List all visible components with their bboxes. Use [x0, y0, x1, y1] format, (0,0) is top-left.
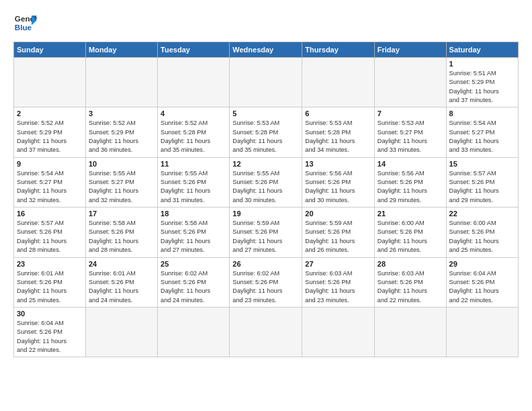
calendar-table: SundayMondayTuesdayWednesdayThursdayFrid… [13, 42, 519, 357]
day-number: 21 [378, 210, 443, 218]
calendar-cell: 27Sunrise: 6:03 AM Sunset: 5:26 PM Dayli… [302, 257, 374, 307]
day-info: Sunrise: 5:51 AM Sunset: 5:29 PM Dayligh… [449, 69, 515, 105]
calendar-cell [14, 58, 86, 107]
day-info: Sunrise: 5:52 AM Sunset: 5:29 PM Dayligh… [89, 119, 154, 154]
calendar-cell: 28Sunrise: 6:03 AM Sunset: 5:26 PM Dayli… [374, 257, 446, 307]
calendar-cell [86, 307, 158, 357]
day-info: Sunrise: 5:53 AM Sunset: 5:27 PM Dayligh… [378, 119, 443, 154]
weekday-header-row: SundayMondayTuesdayWednesdayThursdayFrid… [14, 42, 519, 58]
calendar-cell [158, 307, 230, 357]
calendar-cell: 2Sunrise: 5:52 AM Sunset: 5:29 PM Daylig… [14, 107, 86, 157]
day-number: 19 [232, 210, 299, 218]
day-number: 11 [161, 160, 226, 168]
day-info: Sunrise: 6:04 AM Sunset: 5:26 PM Dayligh… [17, 319, 83, 355]
page: General Blue SundayMondayTuesdayWednesda… [0, 0, 532, 411]
day-info: Sunrise: 6:01 AM Sunset: 5:26 PM Dayligh… [89, 269, 154, 305]
day-info: Sunrise: 5:58 AM Sunset: 5:26 PM Dayligh… [161, 219, 226, 255]
calendar-cell [230, 58, 302, 107]
calendar-cell: 20Sunrise: 5:59 AM Sunset: 5:26 PM Dayli… [302, 208, 374, 257]
day-info: Sunrise: 5:56 AM Sunset: 5:26 PM Dayligh… [305, 169, 371, 205]
weekday-monday: Monday [86, 42, 158, 58]
calendar-cell: 29Sunrise: 6:04 AM Sunset: 5:26 PM Dayli… [446, 257, 518, 307]
calendar-cell [374, 307, 446, 357]
day-number: 23 [17, 260, 83, 268]
day-number: 22 [449, 210, 515, 218]
day-info: Sunrise: 6:01 AM Sunset: 5:26 PM Dayligh… [17, 269, 83, 305]
day-number: 29 [449, 260, 515, 268]
day-number: 17 [89, 210, 154, 218]
day-info: Sunrise: 5:52 AM Sunset: 5:28 PM Dayligh… [161, 119, 226, 154]
calendar-cell: 11Sunrise: 5:55 AM Sunset: 5:26 PM Dayli… [158, 157, 230, 207]
day-number: 2 [17, 109, 83, 118]
day-info: Sunrise: 6:00 AM Sunset: 5:26 PM Dayligh… [449, 219, 515, 255]
day-number: 7 [378, 109, 443, 118]
day-number: 30 [17, 310, 83, 318]
calendar-cell: 8Sunrise: 5:54 AM Sunset: 5:27 PM Daylig… [446, 107, 518, 157]
day-info: Sunrise: 5:57 AM Sunset: 5:26 PM Dayligh… [449, 169, 515, 205]
day-info: Sunrise: 5:55 AM Sunset: 5:27 PM Dayligh… [89, 169, 154, 205]
calendar-cell: 19Sunrise: 5:59 AM Sunset: 5:26 PM Dayli… [230, 208, 302, 257]
calendar-cell: 22Sunrise: 6:00 AM Sunset: 5:26 PM Dayli… [446, 208, 518, 257]
calendar-cell: 16Sunrise: 5:57 AM Sunset: 5:26 PM Dayli… [14, 208, 86, 257]
weekday-friday: Friday [374, 42, 446, 58]
day-info: Sunrise: 5:56 AM Sunset: 5:26 PM Dayligh… [378, 169, 443, 205]
day-info: Sunrise: 5:54 AM Sunset: 5:27 PM Dayligh… [17, 169, 83, 205]
day-number: 16 [17, 210, 83, 218]
weekday-wednesday: Wednesday [230, 42, 302, 58]
calendar-cell: 24Sunrise: 6:01 AM Sunset: 5:26 PM Dayli… [86, 257, 158, 307]
week-row-1: 2Sunrise: 5:52 AM Sunset: 5:29 PM Daylig… [14, 107, 519, 157]
svg-text:Blue: Blue [15, 23, 32, 32]
calendar-cell: 17Sunrise: 5:58 AM Sunset: 5:26 PM Dayli… [86, 208, 158, 257]
calendar-cell: 18Sunrise: 5:58 AM Sunset: 5:26 PM Dayli… [158, 208, 230, 257]
day-number: 4 [161, 109, 226, 118]
calendar-cell: 26Sunrise: 6:02 AM Sunset: 5:26 PM Dayli… [230, 257, 302, 307]
calendar-cell: 1Sunrise: 5:51 AM Sunset: 5:29 PM Daylig… [446, 58, 518, 107]
day-number: 13 [305, 160, 371, 168]
calendar-cell [446, 307, 518, 357]
day-info: Sunrise: 5:55 AM Sunset: 5:26 PM Dayligh… [232, 169, 299, 205]
calendar-cell: 23Sunrise: 6:01 AM Sunset: 5:26 PM Dayli… [14, 257, 86, 307]
week-row-2: 9Sunrise: 5:54 AM Sunset: 5:27 PM Daylig… [14, 157, 519, 207]
day-number: 28 [378, 260, 443, 268]
calendar-cell: 25Sunrise: 6:02 AM Sunset: 5:26 PM Dayli… [158, 257, 230, 307]
day-info: Sunrise: 5:58 AM Sunset: 5:26 PM Dayligh… [89, 219, 154, 255]
day-number: 24 [89, 260, 154, 268]
day-number: 27 [305, 260, 371, 268]
week-row-3: 16Sunrise: 5:57 AM Sunset: 5:26 PM Dayli… [14, 208, 519, 257]
weekday-sunday: Sunday [14, 42, 86, 58]
calendar-cell: 14Sunrise: 5:56 AM Sunset: 5:26 PM Dayli… [374, 157, 446, 207]
day-number: 12 [232, 160, 299, 168]
week-row-4: 23Sunrise: 6:01 AM Sunset: 5:26 PM Dayli… [14, 257, 519, 307]
day-number: 6 [305, 109, 371, 118]
day-number: 20 [305, 210, 371, 218]
day-number: 3 [89, 109, 154, 118]
day-number: 8 [449, 109, 515, 118]
week-row-5: 30Sunrise: 6:04 AM Sunset: 5:26 PM Dayli… [14, 307, 519, 357]
day-number: 10 [89, 160, 154, 168]
calendar-cell [374, 58, 446, 107]
day-info: Sunrise: 5:57 AM Sunset: 5:26 PM Dayligh… [17, 219, 83, 255]
calendar-cell: 3Sunrise: 5:52 AM Sunset: 5:29 PM Daylig… [86, 107, 158, 157]
day-info: Sunrise: 5:53 AM Sunset: 5:28 PM Dayligh… [305, 119, 371, 154]
day-number: 9 [17, 160, 83, 168]
day-info: Sunrise: 5:59 AM Sunset: 5:26 PM Dayligh… [305, 219, 371, 255]
day-number: 15 [449, 160, 515, 168]
calendar-cell: 10Sunrise: 5:55 AM Sunset: 5:27 PM Dayli… [86, 157, 158, 207]
day-info: Sunrise: 5:54 AM Sunset: 5:27 PM Dayligh… [449, 119, 515, 154]
calendar-cell: 6Sunrise: 5:53 AM Sunset: 5:28 PM Daylig… [302, 107, 374, 157]
calendar-cell [302, 58, 374, 107]
calendar-cell: 21Sunrise: 6:00 AM Sunset: 5:26 PM Dayli… [374, 208, 446, 257]
calendar-cell [302, 307, 374, 357]
logo: General Blue [13, 11, 38, 35]
day-info: Sunrise: 6:03 AM Sunset: 5:26 PM Dayligh… [305, 269, 371, 305]
day-info: Sunrise: 5:59 AM Sunset: 5:26 PM Dayligh… [232, 219, 299, 255]
day-number: 1 [449, 60, 515, 68]
calendar-cell: 4Sunrise: 5:52 AM Sunset: 5:28 PM Daylig… [158, 107, 230, 157]
calendar-cell [86, 58, 158, 107]
header: General Blue [13, 11, 519, 35]
day-info: Sunrise: 6:00 AM Sunset: 5:26 PM Dayligh… [378, 219, 443, 255]
day-number: 5 [232, 109, 299, 118]
day-info: Sunrise: 6:02 AM Sunset: 5:26 PM Dayligh… [232, 269, 299, 305]
calendar-cell: 7Sunrise: 5:53 AM Sunset: 5:27 PM Daylig… [374, 107, 446, 157]
week-row-0: 1Sunrise: 5:51 AM Sunset: 5:29 PM Daylig… [14, 58, 519, 107]
